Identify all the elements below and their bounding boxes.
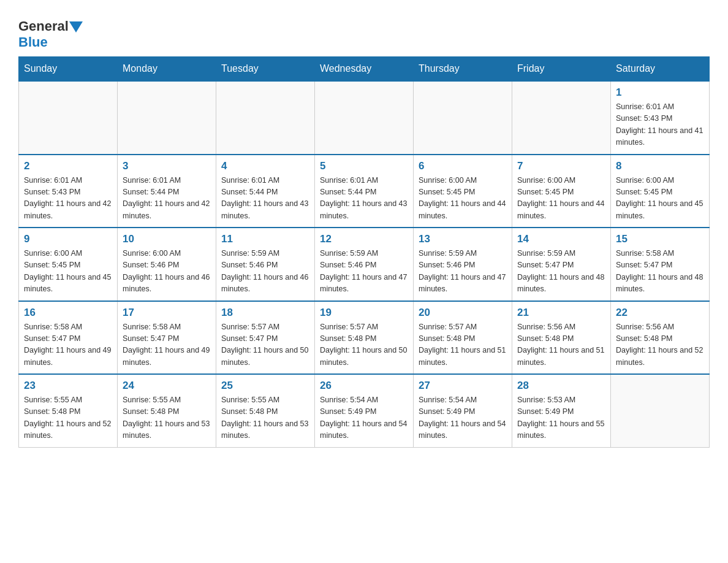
calendar-cell bbox=[315, 81, 414, 155]
day-info: Sunrise: 6:01 AM Sunset: 5:43 PM Dayligh… bbox=[24, 175, 112, 223]
day-header-monday: Monday bbox=[118, 57, 216, 82]
calendar-cell: 10Sunrise: 6:00 AM Sunset: 5:46 PM Dayli… bbox=[118, 228, 216, 301]
day-header-sunday: Sunday bbox=[19, 57, 118, 82]
calendar-cell bbox=[19, 81, 118, 155]
day-info: Sunrise: 6:01 AM Sunset: 5:44 PM Dayligh… bbox=[221, 175, 309, 223]
day-number: 13 bbox=[419, 233, 507, 245]
day-info: Sunrise: 6:00 AM Sunset: 5:45 PM Dayligh… bbox=[419, 175, 507, 223]
calendar-cell bbox=[216, 81, 315, 155]
day-header-saturday: Saturday bbox=[611, 57, 710, 82]
calendar-week-2: 2Sunrise: 6:01 AM Sunset: 5:43 PM Daylig… bbox=[19, 155, 710, 228]
calendar-cell: 15Sunrise: 5:58 AM Sunset: 5:47 PM Dayli… bbox=[611, 228, 710, 301]
day-info: Sunrise: 6:01 AM Sunset: 5:43 PM Dayligh… bbox=[616, 101, 704, 149]
day-info: Sunrise: 5:58 AM Sunset: 5:47 PM Dayligh… bbox=[24, 321, 112, 369]
day-number: 2 bbox=[24, 160, 112, 172]
calendar-week-1: 1Sunrise: 6:01 AM Sunset: 5:43 PM Daylig… bbox=[19, 81, 710, 155]
calendar-week-5: 23Sunrise: 5:55 AM Sunset: 5:48 PM Dayli… bbox=[19, 374, 710, 447]
day-number: 19 bbox=[320, 307, 408, 319]
logo: General Blue bbox=[18, 18, 83, 50]
calendar-cell bbox=[118, 81, 216, 155]
day-info: Sunrise: 5:59 AM Sunset: 5:46 PM Dayligh… bbox=[221, 248, 309, 296]
day-number: 4 bbox=[221, 160, 309, 172]
day-info: Sunrise: 5:53 AM Sunset: 5:49 PM Dayligh… bbox=[517, 394, 605, 442]
svg-marker-0 bbox=[69, 21, 83, 33]
day-number: 22 bbox=[616, 307, 704, 319]
day-number: 17 bbox=[123, 307, 211, 319]
calendar-cell: 7Sunrise: 6:00 AM Sunset: 5:45 PM Daylig… bbox=[512, 155, 611, 228]
calendar-cell: 12Sunrise: 5:59 AM Sunset: 5:46 PM Dayli… bbox=[315, 228, 414, 301]
calendar-cell: 2Sunrise: 6:01 AM Sunset: 5:43 PM Daylig… bbox=[19, 155, 118, 228]
day-number: 11 bbox=[221, 233, 309, 245]
calendar-cell bbox=[512, 81, 611, 155]
calendar-cell: 21Sunrise: 5:56 AM Sunset: 5:48 PM Dayli… bbox=[512, 301, 611, 375]
calendar-cell bbox=[611, 374, 710, 447]
day-info: Sunrise: 6:01 AM Sunset: 5:44 PM Dayligh… bbox=[320, 175, 408, 223]
day-info: Sunrise: 5:56 AM Sunset: 5:48 PM Dayligh… bbox=[616, 321, 704, 369]
calendar-cell: 4Sunrise: 6:01 AM Sunset: 5:44 PM Daylig… bbox=[216, 155, 315, 228]
day-info: Sunrise: 5:55 AM Sunset: 5:48 PM Dayligh… bbox=[24, 394, 112, 442]
calendar-cell: 16Sunrise: 5:58 AM Sunset: 5:47 PM Dayli… bbox=[19, 301, 118, 375]
calendar-cell bbox=[414, 81, 512, 155]
day-header-tuesday: Tuesday bbox=[216, 57, 315, 82]
logo-blue-text: Blue bbox=[18, 34, 48, 50]
day-info: Sunrise: 5:57 AM Sunset: 5:48 PM Dayligh… bbox=[320, 321, 408, 369]
calendar-header: SundayMondayTuesdayWednesdayThursdayFrid… bbox=[19, 57, 710, 82]
calendar-cell: 19Sunrise: 5:57 AM Sunset: 5:48 PM Dayli… bbox=[315, 301, 414, 375]
day-number: 28 bbox=[517, 380, 605, 392]
day-number: 23 bbox=[24, 380, 112, 392]
day-number: 5 bbox=[320, 160, 408, 172]
day-info: Sunrise: 6:00 AM Sunset: 5:45 PM Dayligh… bbox=[24, 248, 112, 296]
day-number: 15 bbox=[616, 233, 704, 245]
calendar-cell: 8Sunrise: 6:00 AM Sunset: 5:45 PM Daylig… bbox=[611, 155, 710, 228]
calendar-cell: 3Sunrise: 6:01 AM Sunset: 5:44 PM Daylig… bbox=[118, 155, 216, 228]
day-number: 27 bbox=[419, 380, 507, 392]
calendar-cell: 26Sunrise: 5:54 AM Sunset: 5:49 PM Dayli… bbox=[315, 374, 414, 447]
day-number: 26 bbox=[320, 380, 408, 392]
day-number: 12 bbox=[320, 233, 408, 245]
day-header-wednesday: Wednesday bbox=[315, 57, 414, 82]
days-of-week-row: SundayMondayTuesdayWednesdayThursdayFrid… bbox=[19, 57, 710, 82]
day-number: 18 bbox=[221, 307, 309, 319]
logo-general-text: General bbox=[18, 18, 69, 34]
day-number: 10 bbox=[123, 233, 211, 245]
day-info: Sunrise: 5:58 AM Sunset: 5:47 PM Dayligh… bbox=[616, 248, 704, 296]
day-info: Sunrise: 5:59 AM Sunset: 5:46 PM Dayligh… bbox=[320, 248, 408, 296]
day-info: Sunrise: 5:55 AM Sunset: 5:48 PM Dayligh… bbox=[123, 394, 211, 442]
calendar-table: SundayMondayTuesdayWednesdayThursdayFrid… bbox=[18, 56, 710, 448]
calendar-week-4: 16Sunrise: 5:58 AM Sunset: 5:47 PM Dayli… bbox=[19, 301, 710, 375]
calendar-cell: 13Sunrise: 5:59 AM Sunset: 5:46 PM Dayli… bbox=[414, 228, 512, 301]
day-info: Sunrise: 5:55 AM Sunset: 5:48 PM Dayligh… bbox=[221, 394, 309, 442]
day-info: Sunrise: 5:57 AM Sunset: 5:47 PM Dayligh… bbox=[221, 321, 309, 369]
calendar-cell: 9Sunrise: 6:00 AM Sunset: 5:45 PM Daylig… bbox=[19, 228, 118, 301]
day-info: Sunrise: 6:00 AM Sunset: 5:45 PM Dayligh… bbox=[517, 175, 605, 223]
calendar-cell: 22Sunrise: 5:56 AM Sunset: 5:48 PM Dayli… bbox=[611, 301, 710, 375]
calendar-cell: 24Sunrise: 5:55 AM Sunset: 5:48 PM Dayli… bbox=[118, 374, 216, 447]
day-number: 20 bbox=[419, 307, 507, 319]
day-info: Sunrise: 6:00 AM Sunset: 5:46 PM Dayligh… bbox=[123, 248, 211, 296]
day-number: 9 bbox=[24, 233, 112, 245]
day-info: Sunrise: 6:01 AM Sunset: 5:44 PM Dayligh… bbox=[123, 175, 211, 223]
day-header-thursday: Thursday bbox=[414, 57, 512, 82]
day-info: Sunrise: 5:56 AM Sunset: 5:48 PM Dayligh… bbox=[517, 321, 605, 369]
logo-triangle-icon bbox=[69, 21, 83, 33]
day-info: Sunrise: 5:57 AM Sunset: 5:48 PM Dayligh… bbox=[419, 321, 507, 369]
calendar-cell: 27Sunrise: 5:54 AM Sunset: 5:49 PM Dayli… bbox=[414, 374, 512, 447]
calendar-cell: 14Sunrise: 5:59 AM Sunset: 5:47 PM Dayli… bbox=[512, 228, 611, 301]
day-number: 14 bbox=[517, 233, 605, 245]
day-number: 7 bbox=[517, 160, 605, 172]
day-number: 3 bbox=[123, 160, 211, 172]
day-info: Sunrise: 5:58 AM Sunset: 5:47 PM Dayligh… bbox=[123, 321, 211, 369]
day-header-friday: Friday bbox=[512, 57, 611, 82]
calendar-week-3: 9Sunrise: 6:00 AM Sunset: 5:45 PM Daylig… bbox=[19, 228, 710, 301]
day-number: 21 bbox=[517, 307, 605, 319]
day-number: 8 bbox=[616, 160, 704, 172]
calendar-cell: 20Sunrise: 5:57 AM Sunset: 5:48 PM Dayli… bbox=[414, 301, 512, 375]
calendar-cell: 11Sunrise: 5:59 AM Sunset: 5:46 PM Dayli… bbox=[216, 228, 315, 301]
calendar-body: 1Sunrise: 6:01 AM Sunset: 5:43 PM Daylig… bbox=[19, 81, 710, 447]
day-number: 25 bbox=[221, 380, 309, 392]
day-number: 1 bbox=[616, 86, 704, 99]
calendar-cell: 6Sunrise: 6:00 AM Sunset: 5:45 PM Daylig… bbox=[414, 155, 512, 228]
calendar-cell: 1Sunrise: 6:01 AM Sunset: 5:43 PM Daylig… bbox=[611, 81, 710, 155]
calendar-cell: 18Sunrise: 5:57 AM Sunset: 5:47 PM Dayli… bbox=[216, 301, 315, 375]
calendar-cell: 25Sunrise: 5:55 AM Sunset: 5:48 PM Dayli… bbox=[216, 374, 315, 447]
